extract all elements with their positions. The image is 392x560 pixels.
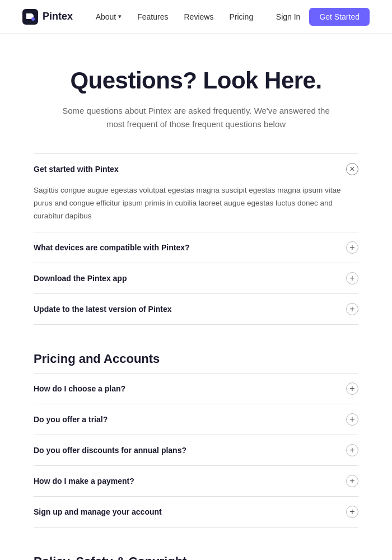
- plus-icon: +: [346, 303, 358, 315]
- chevron-down-icon: ▾: [118, 13, 122, 20]
- faq-question[interactable]: Do you offer a trial?+: [34, 404, 358, 435]
- faq-question[interactable]: Sign up and manage your account+: [34, 497, 358, 527]
- hero-subtitle: Some questions about Pintex are asked fr…: [62, 104, 330, 131]
- plus-icon: +: [346, 413, 358, 426]
- nav-pricing-link[interactable]: Pricing: [229, 12, 253, 21]
- faq-item: Do you offer a trial?+: [34, 404, 358, 435]
- faq-answer: Sagittis congue augue egestas volutpat e…: [34, 184, 358, 232]
- faq-question-text: How do I choose a plan?: [34, 384, 125, 393]
- faq-section-policy: Policy, Safety & Copyright Copyright and…: [34, 554, 358, 560]
- faq-question-text: Update to the latest version of Pintex: [34, 305, 172, 314]
- faq-container: Get started with Pintex×Sagittis congue …: [17, 153, 375, 560]
- logo[interactable]: Pintex: [22, 9, 73, 25]
- faq-item: How do I make a payment?+: [34, 465, 358, 496]
- logo-icon: [22, 9, 38, 25]
- faq-question[interactable]: How do I choose a plan?+: [34, 374, 358, 404]
- faq-question-text: Do you offer discounts for annual plans?: [34, 446, 186, 455]
- plus-icon: +: [346, 506, 358, 518]
- faq-item: How do I choose a plan?+: [34, 373, 358, 404]
- logo-text: Pintex: [43, 11, 73, 22]
- faq-item: What devices are compatible with Pintex?…: [34, 232, 358, 263]
- nav-actions: Sign In Get Started: [276, 8, 370, 26]
- nav-links: About ▾ Features Reviews Pricing: [96, 12, 254, 21]
- faq-question[interactable]: Download the Pintex app+: [34, 263, 358, 293]
- faq-item: Sign up and manage your account+: [34, 496, 358, 528]
- faq-section-getting-started: Get started with Pintex×Sagittis congue …: [34, 153, 358, 325]
- faq-item: Get started with Pintex×Sagittis congue …: [34, 153, 358, 232]
- faq-question[interactable]: Do you offer discounts for annual plans?…: [34, 435, 358, 465]
- faq-question-text: What devices are compatible with Pintex?: [34, 243, 190, 252]
- navbar: Pintex About ▾ Features Reviews Pricing …: [0, 0, 392, 34]
- faq-question-text: Get started with Pintex: [34, 165, 119, 174]
- faq-section-pricing-title: Pricing and Accounts: [34, 352, 358, 366]
- faq-question[interactable]: How do I make a payment?+: [34, 466, 358, 496]
- plus-icon: +: [346, 444, 358, 456]
- faq-question[interactable]: Update to the latest version of Pintex+: [34, 294, 358, 324]
- faq-question-text: Do you offer a trial?: [34, 415, 108, 424]
- hero-title: Questions? Look Here.: [22, 67, 370, 94]
- nav-about-link[interactable]: About ▾: [96, 12, 122, 21]
- nav-features-link[interactable]: Features: [137, 12, 168, 21]
- faq-question-text: Sign up and manage your account: [34, 507, 162, 516]
- faq-item: Do you offer discounts for annual plans?…: [34, 435, 358, 465]
- close-icon: ×: [346, 163, 358, 175]
- faq-question[interactable]: What devices are compatible with Pintex?…: [34, 232, 358, 263]
- plus-icon: +: [346, 241, 358, 254]
- plus-icon: +: [346, 382, 358, 395]
- svg-point-1: [31, 17, 35, 21]
- nav-reviews-link[interactable]: Reviews: [184, 12, 213, 21]
- faq-question-text: How do I make a payment?: [34, 477, 134, 486]
- faq-item: Download the Pintex app+: [34, 263, 358, 293]
- plus-icon: +: [346, 272, 358, 284]
- faq-section-policy-title: Policy, Safety & Copyright: [34, 554, 358, 560]
- faq-question[interactable]: Get started with Pintex×: [34, 154, 358, 184]
- plus-icon: +: [346, 475, 358, 487]
- hero-section: Questions? Look Here. Some questions abo…: [0, 34, 392, 153]
- nav-about-label: About: [96, 12, 116, 21]
- get-started-button[interactable]: Get Started: [309, 8, 370, 26]
- faq-section-pricing: Pricing and Accounts How do I choose a p…: [34, 352, 358, 528]
- faq-question-text: Download the Pintex app: [34, 274, 127, 283]
- signin-button[interactable]: Sign In: [276, 12, 301, 21]
- faq-item: Update to the latest version of Pintex+: [34, 293, 358, 325]
